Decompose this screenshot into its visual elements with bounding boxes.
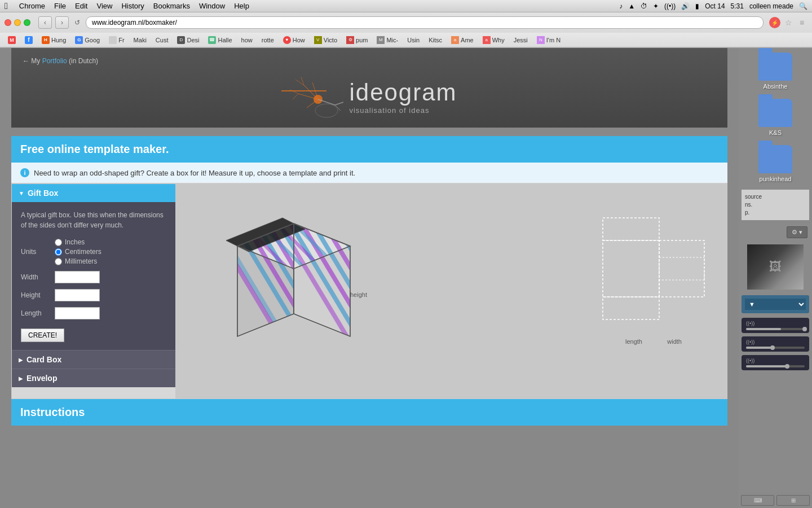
bookmark-cust[interactable]: Cust bbox=[152, 36, 172, 45]
site-nav: ← My Portfolio (in Dutch) bbox=[23, 54, 716, 68]
bookmark-mic[interactable]: M Mic- bbox=[373, 35, 401, 45]
bookmark-facebook[interactable]: f bbox=[21, 35, 36, 45]
back-button[interactable]: ‹ bbox=[38, 16, 52, 29]
svg-line-8 bbox=[290, 90, 298, 94]
bookmark-halle[interactable]: ☎ Halle bbox=[205, 35, 235, 45]
radio-cm[interactable]: Centimeters bbox=[55, 248, 102, 256]
bookmark-jessi[interactable]: Jessi bbox=[510, 36, 531, 45]
envelop-arrow: ▶ bbox=[19, 375, 23, 382]
bookmark-why[interactable]: a Why bbox=[479, 35, 508, 45]
card-box-section: ▶ Card Box bbox=[12, 350, 175, 369]
gear-button[interactable]: ⚙ ▾ bbox=[787, 226, 807, 238]
instructions-banner: Instructions bbox=[11, 399, 727, 426]
bookmark-how2[interactable]: ♥ How bbox=[280, 35, 308, 45]
folder-absinthe[interactable]: Absinthe bbox=[739, 48, 812, 94]
site-wrapper: ← My Portfolio (in Dutch) bbox=[0, 48, 739, 508]
volume-knob-3 bbox=[785, 364, 789, 369]
speaker-slider-1[interactable] bbox=[746, 328, 805, 330]
radio-inches-input[interactable] bbox=[55, 239, 62, 246]
apple-menu[interactable]:  bbox=[5, 1, 8, 11]
maximize-button[interactable] bbox=[24, 19, 30, 26]
height-input[interactable] bbox=[55, 289, 100, 301]
grid-button[interactable]: ⊞ bbox=[776, 495, 810, 506]
folder-kns-icon bbox=[758, 99, 792, 127]
radio-mm[interactable]: Millimeters bbox=[55, 257, 102, 265]
radio-cm-input[interactable] bbox=[55, 248, 62, 256]
bookmark-kitsc[interactable]: Kitsc bbox=[425, 36, 445, 45]
folder-kns[interactable]: K&S bbox=[739, 94, 812, 141]
page-title: Free online template maker. bbox=[20, 143, 169, 156]
gift-box-header[interactable]: ▼ Gift Box bbox=[12, 184, 175, 202]
folder-punkinhead-icon bbox=[758, 145, 792, 173]
nav-my: My bbox=[31, 57, 42, 65]
site-header: ← My Portfolio (in Dutch) bbox=[11, 48, 727, 128]
envelop-section: ▶ Envelop bbox=[12, 369, 175, 387]
radio-inches[interactable]: Inches bbox=[55, 238, 102, 246]
height-label-diagram: height bbox=[350, 291, 367, 298]
speaker-label-1: ((•)) bbox=[746, 321, 805, 326]
menu-window[interactable]: Window bbox=[199, 2, 225, 10]
close-button[interactable] bbox=[5, 19, 11, 26]
radio-mm-label: Millimeters bbox=[65, 257, 97, 265]
speaker-fill-2 bbox=[746, 347, 773, 349]
bottom-controls: ⌨ ⊞ bbox=[739, 493, 812, 508]
speaker-slider-2[interactable] bbox=[746, 347, 805, 349]
radio-mm-input[interactable] bbox=[55, 258, 62, 265]
refresh-button[interactable]: ↺ bbox=[72, 17, 82, 28]
menu-help[interactable]: Help bbox=[234, 2, 249, 10]
bookmark-how[interactable]: how bbox=[238, 36, 256, 45]
speaker-icon-2: ((•)) bbox=[746, 339, 754, 345]
bookmark-usin[interactable]: Usin bbox=[404, 36, 423, 45]
box-template-outline bbox=[569, 212, 710, 325]
bookmark-imn[interactable]: N I'm N bbox=[533, 35, 564, 45]
bookmark-gmail[interactable]: M bbox=[5, 35, 19, 45]
info-bar: i Need to wrap an odd-shaped gift? Creat… bbox=[11, 163, 727, 183]
bookmark-star[interactable]: ☆ bbox=[783, 17, 794, 28]
bookmark-maki[interactable]: Maki bbox=[130, 36, 150, 45]
menu-view[interactable]: View bbox=[96, 2, 112, 10]
create-button[interactable]: CREATE! bbox=[21, 329, 64, 342]
svg-rect-42 bbox=[603, 240, 659, 297]
bookmark-fr[interactable]: Fr bbox=[105, 35, 127, 45]
instructions-title: Instructions bbox=[20, 406, 718, 419]
folder-punkinhead[interactable]: punkinhead bbox=[739, 141, 812, 187]
nav-arrow: ← bbox=[23, 57, 31, 65]
wifi-status: ((•)) bbox=[664, 2, 676, 10]
menu-chrome[interactable]: Chrome bbox=[19, 2, 45, 10]
menu-history[interactable]: History bbox=[121, 2, 144, 10]
minimize-button[interactable] bbox=[14, 19, 21, 26]
right-sidebar: Absinthe K&S punkinhead sourcens.p. ⚙ ▾ … bbox=[739, 48, 812, 508]
gift-box-desc: A typical gift box. Use this when the di… bbox=[21, 210, 166, 230]
bookmark-desi[interactable]: D Desi bbox=[174, 35, 202, 45]
browser-content[interactable]: ← My Portfolio (in Dutch) bbox=[0, 48, 739, 508]
bookmark-pum[interactable]: ⚙ pum bbox=[343, 35, 371, 45]
card-box-header[interactable]: ▶ Card Box bbox=[12, 351, 175, 369]
speaker-fill-1 bbox=[746, 328, 781, 330]
width-input[interactable] bbox=[55, 271, 100, 283]
height-row: Height bbox=[21, 289, 166, 301]
bookmark-rotte[interactable]: rotte bbox=[258, 36, 277, 45]
bookmark-victo[interactable]: V Victo bbox=[311, 35, 341, 45]
search-icon[interactable]: 🔍 bbox=[799, 2, 807, 10]
info-icon: i bbox=[20, 168, 29, 177]
bookmark-hung[interactable]: H Hung bbox=[38, 35, 69, 45]
radio-cm-label: Centimeters bbox=[65, 248, 102, 256]
menu-bookmarks[interactable]: Bookmarks bbox=[153, 2, 190, 10]
address-bar[interactable] bbox=[86, 16, 764, 29]
keyboard-button[interactable]: ⌨ bbox=[741, 495, 774, 506]
card-box-title: Card Box bbox=[27, 355, 61, 364]
settings-icon[interactable]: ≡ bbox=[796, 17, 807, 28]
length-input[interactable] bbox=[55, 307, 100, 319]
folder-absinthe-label: Absinthe bbox=[764, 83, 788, 90]
neuron-logo-image bbox=[281, 74, 349, 119]
forward-button[interactable]: › bbox=[55, 16, 69, 29]
logo-text: ideogram bbox=[349, 79, 457, 106]
speaker-slider-3[interactable] bbox=[746, 365, 805, 367]
menu-edit[interactable]: Edit bbox=[75, 2, 87, 10]
sidebar-dropdown[interactable]: ▼ bbox=[745, 299, 806, 310]
bookmark-google[interactable]: G Goog bbox=[72, 35, 103, 45]
envelop-header[interactable]: ▶ Envelop bbox=[12, 369, 175, 387]
menu-file[interactable]: File bbox=[54, 2, 66, 10]
bookmark-ame[interactable]: a Ame bbox=[448, 35, 477, 45]
nav-portfolio-link[interactable]: Portfolio bbox=[42, 57, 67, 65]
